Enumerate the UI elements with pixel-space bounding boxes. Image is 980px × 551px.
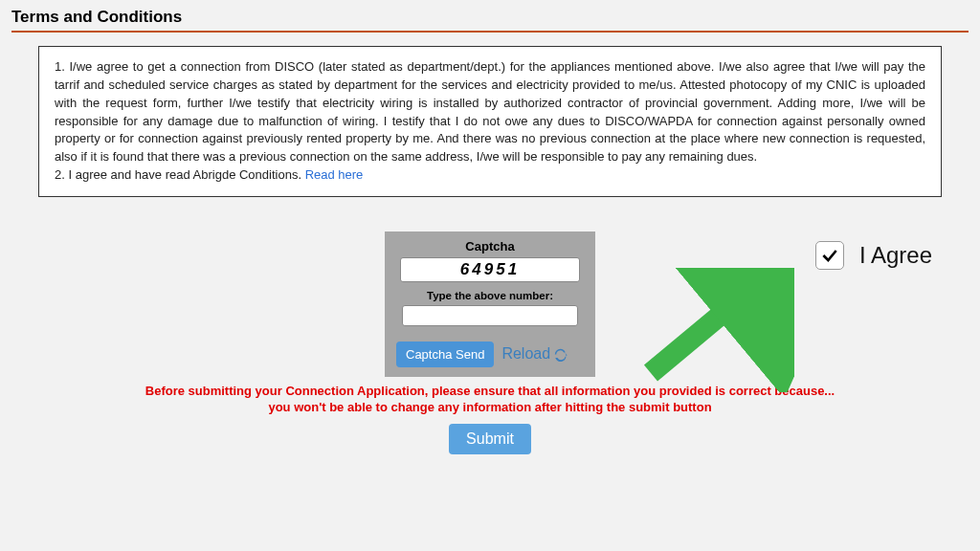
submit-row: Submit xyxy=(11,424,969,454)
captcha-code: 64951 xyxy=(400,257,580,282)
check-icon xyxy=(820,246,839,265)
captcha-reload-link[interactable]: Reload xyxy=(501,345,568,363)
terms-paragraph-2-prefix: 2. I agree and have read Abrigde Conditi… xyxy=(55,167,305,182)
captcha-instruction: Type the above number: xyxy=(394,290,586,301)
agree-label: I Agree xyxy=(859,242,932,269)
reload-icon xyxy=(552,346,568,363)
captcha-panel: Captcha 64951 Type the above number: Cap… xyxy=(385,231,595,377)
warning-line-1: Before submitting your Connection Applic… xyxy=(11,383,969,400)
svg-line-0 xyxy=(651,277,766,373)
terms-paragraph-1: 1. I/we agree to get a connection from D… xyxy=(55,59,925,164)
captcha-actions: Captcha Send Reload xyxy=(394,342,586,367)
pointer-arrow-icon xyxy=(632,268,794,392)
captcha-input[interactable] xyxy=(402,305,578,326)
submit-warning: Before submitting your Connection Applic… xyxy=(11,383,969,416)
submit-button[interactable]: Submit xyxy=(449,424,531,454)
agree-row: I Agree xyxy=(815,241,932,270)
captcha-send-button[interactable]: Captcha Send xyxy=(396,342,494,367)
warning-line-2: you won't be able to change any informat… xyxy=(11,399,969,416)
agree-checkbox[interactable] xyxy=(815,241,844,270)
section-title: Terms and Conditions xyxy=(11,8,969,33)
captcha-reload-label: Reload xyxy=(501,345,550,363)
terms-box: 1. I/we agree to get a connection from D… xyxy=(38,46,942,197)
captcha-title: Captcha xyxy=(394,239,586,253)
abridge-conditions-link[interactable]: Read here xyxy=(305,167,364,182)
